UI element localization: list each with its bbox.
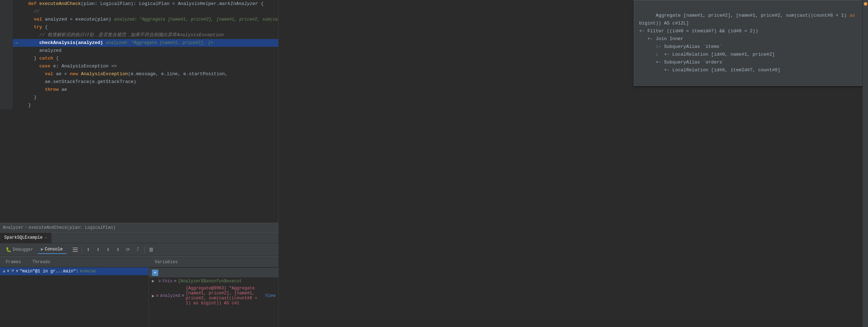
hint-text: analyzed: "Aggregate [name#1, price#2], … — [106, 40, 213, 45]
view-link[interactable]: View — [265, 293, 275, 298]
resume-btn[interactable]: ⬆ — [114, 245, 123, 254]
keyword: try — [34, 24, 45, 30]
code-editor: def executeAndCheck(plan: LogicalPlan): … — [0, 0, 279, 327]
expand-arrow[interactable]: ▶ — [152, 293, 154, 299]
debug-content: Frames Threads ▲ ▼ ⧩ ▼ "main"@1 in gr...… — [0, 257, 278, 327]
svg-rect-5 — [149, 251, 153, 251]
line-number — [0, 78, 13, 86]
svg-rect-1 — [73, 249, 78, 250]
add-variable-btn[interactable]: + — [152, 270, 158, 276]
toolbar-list-btn[interactable] — [71, 245, 80, 254]
code-text: ae = — [56, 71, 70, 77]
threads-tab-label: Threads — [32, 260, 50, 265]
code-text: ae — [61, 87, 67, 92]
var-icon: ≡ — [158, 279, 161, 284]
breadcrumb: Analyzer > executeAndCheck(plan: Logical… — [0, 223, 278, 233]
var-eq: = — [174, 279, 176, 284]
table-row: case e: AnalysisException => — [0, 62, 278, 70]
code-text: (plan: LogicalPlan): LogicalPlan = Analy… — [81, 1, 219, 6]
settings-btn[interactable] — [147, 245, 156, 254]
frame-item[interactable]: ▲ ▼ ⧩ ▼ "main"@1 in gr...main": RUNNING — [0, 267, 149, 275]
frame-down-btn[interactable]: ▼ — [7, 269, 9, 274]
line-content: // 检查解析后的执行计划，是否复合规范，如果不符合则抛出异常AnalysisE… — [20, 31, 278, 39]
code-text: { — [45, 24, 48, 30]
evaluate-btn[interactable]: ⟳ — [123, 245, 133, 254]
right-panel: Aggregate [name#1, price#2], [name#1, pr… — [279, 0, 868, 327]
code-text: e: AnalysisException => — [53, 63, 117, 69]
line-debug-gutter — [13, 78, 20, 86]
step-into-btn[interactable]: ⬇ — [104, 245, 113, 254]
line-debug-gutter — [13, 86, 20, 94]
keyword: val — [45, 71, 56, 77]
line-number — [0, 16, 13, 23]
keyword: catch — [39, 56, 56, 61]
line-content: ae.setStackTrace(e.getStackTrace) — [20, 78, 278, 86]
code-text: { — [258, 1, 264, 6]
function-name: executeAndCheck — [39, 1, 81, 6]
line-number — [0, 39, 13, 47]
expand-arrow[interactable]: ▶ — [152, 278, 157, 284]
debug-bottom-panel: Frames Threads ▲ ▼ ⧩ ▼ "main"@1 in gr...… — [0, 256, 278, 327]
italic-text: markInAnalyzer — [219, 1, 258, 6]
variables-tab-label: Variables — [149, 257, 183, 267]
line-content: throw ae — [20, 86, 278, 94]
line-number — [0, 86, 13, 94]
line-number — [0, 62, 13, 70]
tab-close-button[interactable]: ✕ — [45, 235, 47, 240]
frame-up-btn[interactable]: ▲ — [3, 269, 5, 274]
highlighted-call: checkAnalysis(analyzed) — [39, 40, 103, 45]
frame-filter-btn[interactable]: ⧩ — [11, 269, 14, 274]
keyword: case — [39, 63, 53, 69]
table-row: } catch { — [0, 55, 278, 62]
breadcrumb-part2: executeAndCheck(plan: LogicalPlan) — [29, 225, 116, 230]
line-number — [0, 94, 13, 101]
line-debug-gutter — [13, 16, 20, 23]
execution-arrow: → — [15, 40, 18, 46]
breadcrumb-part1: Analyzer — [3, 225, 23, 230]
orange-indicator — [864, 2, 867, 6]
line-number — [0, 8, 13, 16]
debugger-tab[interactable]: 🐛 Debugger — [2, 245, 37, 254]
code-text: ae.setStackTrace(e.getStackTrace) — [45, 79, 136, 84]
step-over-btn[interactable]: ⬇ — [94, 245, 103, 254]
svg-rect-4 — [149, 249, 153, 250]
line-content: case e: AnalysisException => — [20, 62, 278, 70]
line-debug-gutter — [13, 23, 20, 31]
frame-menu-btn[interactable]: ▼ — [16, 269, 18, 274]
code-text: } — [34, 95, 37, 100]
line-content: } — [20, 101, 278, 109]
keyword: new — [70, 71, 81, 77]
variable-analyzed: ▶ ≡ analyzed = {Aggregate@9963} "Aggrega… — [149, 285, 278, 307]
table-row: val analyzed = execute(plan)analyzed: "A… — [0, 16, 278, 23]
table-row: // 检查解析后的执行计划，是否复合规范，如果不符合则抛出异常AnalysisE… — [0, 31, 278, 39]
frame-status: RUNNING — [80, 269, 96, 273]
line-content: val ae = new AnalysisException(e.message… — [20, 70, 278, 78]
line-number — [0, 31, 13, 39]
console-tab[interactable]: ▶ Console — [38, 245, 66, 254]
debugger-tab-icon: 🐛 — [6, 247, 11, 253]
comment: // — [34, 9, 39, 14]
console-tab-label: Console — [45, 247, 62, 252]
line-number — [0, 47, 13, 55]
table-row: } — [0, 94, 278, 101]
tab-sparksqlexample[interactable]: SparkSQLExample ✕ — [0, 233, 51, 243]
table-row: val ae = new AnalysisException(e.message… — [0, 70, 278, 78]
code-text: } — [28, 102, 31, 108]
frames-tab[interactable]: Frames — [0, 257, 27, 267]
line-debug-gutter — [13, 47, 20, 55]
current-execution-line: → checkAnalysis(analyzed)analyzed: "Aggr… — [0, 39, 278, 47]
line-content: analyzed — [20, 47, 278, 55]
line-debug-gutter: → — [13, 39, 20, 47]
table-row: } — [0, 101, 278, 109]
debugger-tab-label: Debugger — [13, 247, 33, 252]
frames-tab-label: Frames — [6, 260, 21, 265]
step-out-btn[interactable]: ⬆ — [84, 245, 93, 254]
tabs-bar: SparkSQLExample ✕ — [0, 233, 278, 243]
keyword: throw — [45, 87, 61, 92]
mute-btn[interactable]: ⤴ — [133, 245, 143, 254]
debug-toolbar: 🐛 Debugger ▶ Console ⬆ ⬇ ⬇ ⬆ ⟳ ⤴ — [0, 243, 278, 256]
variables-header: Variables — [149, 257, 278, 267]
threads-tab[interactable]: Threads — [27, 257, 56, 267]
line-content: def executeAndCheck(plan: LogicalPlan): … — [20, 0, 278, 8]
frames-panel: Frames Threads ▲ ▼ ⧩ ▼ "main"@1 in gr...… — [0, 257, 149, 327]
